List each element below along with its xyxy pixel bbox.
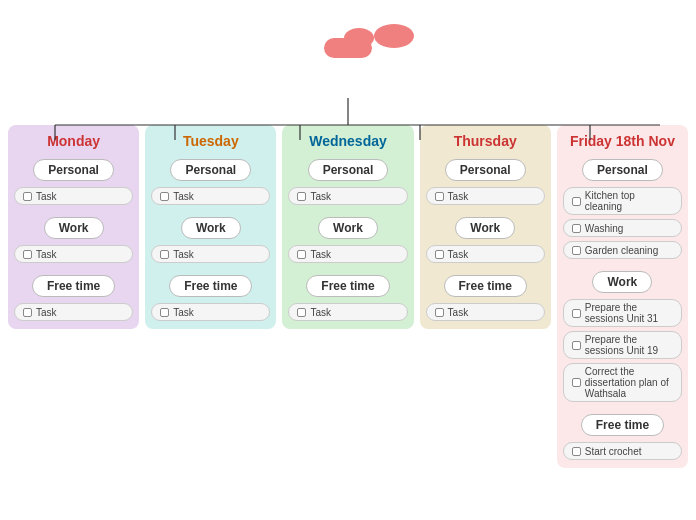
task-checkbox[interactable] xyxy=(572,341,581,350)
section-bubble-friday-1: Work xyxy=(592,271,652,293)
section-bubble-monday-1: Work xyxy=(44,217,104,239)
task-item[interactable]: Task xyxy=(426,303,545,321)
task-label: Task xyxy=(448,307,469,318)
task-checkbox[interactable] xyxy=(572,197,581,206)
day-col-tuesday: TuesdayPersonalTaskWorkTaskFree timeTask xyxy=(145,125,276,329)
task-item[interactable]: Task xyxy=(426,245,545,263)
task-item[interactable]: Task xyxy=(151,187,270,205)
task-label: Task xyxy=(310,191,331,202)
task-checkbox[interactable] xyxy=(297,308,306,317)
task-checkbox[interactable] xyxy=(435,250,444,259)
task-item[interactable]: Start crochet xyxy=(563,442,682,460)
task-item[interactable]: Correct the dissertation plan of Wathsal… xyxy=(563,363,682,402)
task-item[interactable]: Task xyxy=(288,245,407,263)
task-checkbox[interactable] xyxy=(160,308,169,317)
section-bubble-wednesday-2: Free time xyxy=(306,275,389,297)
task-checkbox[interactable] xyxy=(435,308,444,317)
section-bubble-thursday-1: Work xyxy=(455,217,515,239)
task-item[interactable]: Task xyxy=(14,303,133,321)
day-title-tuesday: Tuesday xyxy=(183,133,239,149)
task-item[interactable]: Prepare the sessions Unit 19 xyxy=(563,331,682,359)
page-title xyxy=(324,38,372,58)
task-item[interactable]: Task xyxy=(426,187,545,205)
task-label: Garden cleaning xyxy=(585,245,658,256)
task-checkbox[interactable] xyxy=(572,378,581,387)
task-label: Task xyxy=(173,307,194,318)
section-bubble-tuesday-1: Work xyxy=(181,217,241,239)
section-bubble-monday-0: Personal xyxy=(33,159,114,181)
section-bubble-friday-2: Free time xyxy=(581,414,664,436)
day-title-friday: Friday 18th Nov xyxy=(570,133,675,149)
section-bubble-wednesday-0: Personal xyxy=(308,159,389,181)
task-checkbox[interactable] xyxy=(23,192,32,201)
day-col-monday: MondayPersonalTaskWorkTaskFree timeTask xyxy=(8,125,139,329)
task-label: Task xyxy=(448,191,469,202)
section-bubble-thursday-2: Free time xyxy=(444,275,527,297)
task-label: Task xyxy=(448,249,469,260)
task-label: Task xyxy=(36,249,57,260)
task-label: Start crochet xyxy=(585,446,642,457)
section-bubble-tuesday-2: Free time xyxy=(169,275,252,297)
task-item[interactable]: Task xyxy=(14,187,133,205)
task-item[interactable]: Task xyxy=(151,245,270,263)
task-item[interactable]: Washing xyxy=(563,219,682,237)
task-label: Prepare the sessions Unit 19 xyxy=(585,334,673,356)
task-label: Task xyxy=(36,307,57,318)
section-bubble-friday-0: Personal xyxy=(582,159,663,181)
task-checkbox[interactable] xyxy=(572,447,581,456)
task-label: Task xyxy=(310,249,331,260)
day-col-friday: Friday 18th NovPersonalKitchen top clean… xyxy=(557,125,688,468)
task-item[interactable]: Task xyxy=(288,187,407,205)
section-bubble-thursday-0: Personal xyxy=(445,159,526,181)
task-label: Prepare the sessions Unit 31 xyxy=(585,302,673,324)
task-checkbox[interactable] xyxy=(23,308,32,317)
task-label: Kitchen top cleaning xyxy=(585,190,673,212)
task-label: Task xyxy=(173,249,194,260)
task-label: Task xyxy=(36,191,57,202)
task-checkbox[interactable] xyxy=(160,250,169,259)
task-checkbox[interactable] xyxy=(435,192,444,201)
task-checkbox[interactable] xyxy=(23,250,32,259)
task-item[interactable]: Task xyxy=(288,303,407,321)
task-checkbox[interactable] xyxy=(160,192,169,201)
page: MondayPersonalTaskWorkTaskFree timeTaskT… xyxy=(0,0,696,520)
task-checkbox[interactable] xyxy=(572,224,581,233)
section-bubble-tuesday-0: Personal xyxy=(170,159,251,181)
columns-container: MondayPersonalTaskWorkTaskFree timeTaskT… xyxy=(8,125,688,468)
day-col-wednesday: WednesdayPersonalTaskWorkTaskFree timeTa… xyxy=(282,125,413,329)
day-title-wednesday: Wednesday xyxy=(309,133,387,149)
task-checkbox[interactable] xyxy=(572,246,581,255)
section-bubble-wednesday-1: Work xyxy=(318,217,378,239)
task-label: Task xyxy=(173,191,194,202)
task-item[interactable]: Task xyxy=(151,303,270,321)
day-title-thursday: Thursday xyxy=(454,133,517,149)
task-label: Task xyxy=(310,307,331,318)
task-label: Washing xyxy=(585,223,624,234)
day-title-monday: Monday xyxy=(47,133,100,149)
day-col-thursday: ThursdayPersonalTaskWorkTaskFree timeTas… xyxy=(420,125,551,329)
task-checkbox[interactable] xyxy=(297,250,306,259)
task-label: Correct the dissertation plan of Wathsal… xyxy=(585,366,673,399)
task-checkbox[interactable] xyxy=(297,192,306,201)
task-checkbox[interactable] xyxy=(572,309,581,318)
task-item[interactable]: Kitchen top cleaning xyxy=(563,187,682,215)
section-bubble-monday-2: Free time xyxy=(32,275,115,297)
task-item[interactable]: Garden cleaning xyxy=(563,241,682,259)
task-item[interactable]: Task xyxy=(14,245,133,263)
task-item[interactable]: Prepare the sessions Unit 31 xyxy=(563,299,682,327)
